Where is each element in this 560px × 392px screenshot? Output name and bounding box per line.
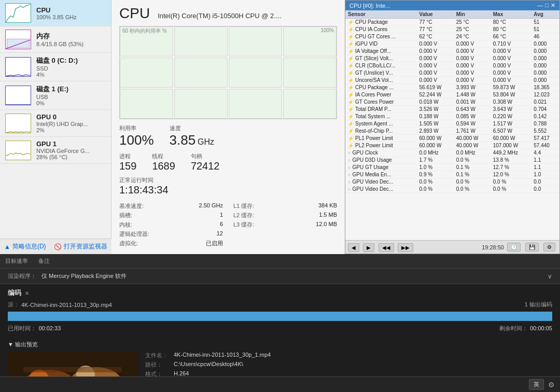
hwinfo-cell-value: 3.526 W xyxy=(417,106,454,113)
hwinfo-cell-min: 1.448 W xyxy=(454,91,491,99)
tm-item-memory[interactable]: 内存 8.4/15.8 GB (53%) xyxy=(0,26,111,53)
hwinfo-row[interactable]: ○GPU Clock 0.0 MHz 0.0 MHz 449.2 MHz 4.4 xyxy=(345,149,559,157)
hwinfo-row[interactable]: ⚡GT (Slice) Volt... 0.000 V 0.000 V 0.00… xyxy=(345,55,559,62)
hwinfo-row[interactable]: ⚡Uncore/SA Vol... 0.000 V 0.000 V 0.000 … xyxy=(345,77,559,84)
tm-item-cpu[interactable]: CPU 100% 3.85 GHz xyxy=(0,0,111,26)
cpu-thread-value: 1689 xyxy=(152,160,175,172)
premiere-settings-icon[interactable]: ⚙ xyxy=(548,381,555,389)
memory-item-sub: 8.4/15.8 GB (53%) xyxy=(36,41,106,47)
hwinfo-cell-max: 1.517 W xyxy=(491,120,531,128)
hwinfo-row[interactable]: ⚡GT Cores Power 0.018 W 0.001 W 0.308 W … xyxy=(345,99,559,106)
hwinfo-row[interactable]: ○GPU Media En... 0.9 % 0.1 % 12.0 % 1.0 xyxy=(345,171,559,178)
premiere-remain-label: 剩余时间： xyxy=(499,325,528,331)
premiere-encode-menu-icon[interactable]: ≡ xyxy=(25,290,29,296)
cpu-handle-group: 句柄 72412 xyxy=(191,152,220,172)
hwinfo-fwd2-btn[interactable]: ▶▶ xyxy=(398,243,413,252)
l3-label: L3 缓存: xyxy=(233,221,254,229)
hwinfo-cell-name: ⚡PL1 Power Limit xyxy=(345,135,417,142)
hwinfo-row[interactable]: ○GPU Video Dec... 0.0 % 0.0 % 0.0 % 0.0 xyxy=(345,178,559,186)
cpu-core-9 xyxy=(174,89,228,119)
disk1-graph-mini xyxy=(5,86,31,105)
hwinfo-row-icon: ⚡ xyxy=(348,143,354,148)
hwinfo-row[interactable]: ⚡IA Voltage Off... 0.000 V 0.000 V 0.000… xyxy=(345,48,559,55)
cpu-process-group: 进程 159 xyxy=(119,152,136,172)
premiere-source-file: 4K-Chimei-inn-2011-1013_30p.mp4 xyxy=(21,302,525,308)
hwinfo-row[interactable]: ⚡CLR (CBo/LLC/... 0.000 V 0.000 V 0.000 … xyxy=(345,62,559,69)
cpu-core-7 xyxy=(283,58,337,88)
hwinfo-row[interactable]: ⚡CPU Package 77 °C 25 °C 80 °C 51 xyxy=(345,19,559,26)
hwinfo-cell-name: ⚡GT (Slice) Volt... xyxy=(345,55,417,62)
hwinfo-cell-min: 40.000 W xyxy=(454,135,491,142)
hwinfo-cell-max: 12.0 % xyxy=(491,171,531,178)
hwinfo-col-max: Max xyxy=(491,10,531,19)
hwinfo-settings-btn[interactable]: ⚙ xyxy=(543,243,555,251)
hwinfo-col-min: Min xyxy=(454,10,491,19)
virt-label: 虚拟化: xyxy=(119,240,138,247)
hwinfo-minimize-btn[interactable]: — xyxy=(537,2,543,9)
hwinfo-cell-name: ⚡IA Cores Power xyxy=(345,91,417,99)
hwinfo-cell-avg: 0.788 xyxy=(531,120,559,128)
hwinfo-row[interactable]: ○GPU D3D Usage 1.7 % 0.0 % 13.8 % 1.1 xyxy=(345,157,559,164)
memory-item-info: 内存 8.4/15.8 GB (53%) xyxy=(36,32,106,47)
hwinfo-close-btn[interactable]: ✕ xyxy=(551,2,555,9)
resource-monitor-btn[interactable]: 🚫 打开资源监视器 xyxy=(54,242,107,251)
premiere-progress-bar xyxy=(8,312,552,321)
cpu-util-label: 利用率 xyxy=(119,124,154,132)
hwinfo-back-btn[interactable]: ◀ xyxy=(348,243,359,252)
hwinfo-row[interactable]: ⚡IA Cores Power 52.244 W 1.448 W 53.804 … xyxy=(345,91,559,99)
hwinfo-row[interactable]: ⚡Total System ... 0.188 W 0.085 W 0.220 … xyxy=(345,113,559,120)
tm-item-gpu0[interactable]: GPU 0 Intel(R) UHD Grap... 2% xyxy=(0,110,111,137)
hwinfo-cell-value: 0.000 V xyxy=(417,48,454,55)
cpu-handle-label: 句柄 xyxy=(191,152,220,160)
l1-label: L1 缓存: xyxy=(233,202,254,210)
hwinfo-save-btn[interactable]: 💾 xyxy=(525,243,539,251)
cpu-speed-unit: GHz xyxy=(198,137,214,147)
hwinfo-row[interactable]: ⚡GT (Unslice) V... 0.000 V 0.000 V 0.000… xyxy=(345,69,559,77)
tm-item-gpu1[interactable]: GPU 1 NVIDIA GeForce G... 28% (56 °C) xyxy=(0,137,111,164)
hwinfo-fwd-btn[interactable]: ▶ xyxy=(363,243,374,252)
cpu-speed-label: 速度 xyxy=(170,124,215,132)
hwinfo-back2-btn[interactable]: ◀◀ xyxy=(379,243,394,252)
hwinfo-row[interactable]: ○GPU GT Usage 1.0 % 0.1 % 12.7 % 1.1 xyxy=(345,164,559,171)
hwinfo-cell-value: 60.000 W xyxy=(417,142,454,149)
cpu-graph-area: 60 秒内的利用率 % 100% xyxy=(119,26,337,119)
premiere-renderer-arrow[interactable]: ∨ xyxy=(548,273,552,280)
hwinfo-cell-name: ⚡CLR (CBo/LLC/... xyxy=(345,62,417,69)
summary-btn[interactable]: ▲ 简略信息(D) xyxy=(4,242,46,251)
hwinfo-row[interactable]: ⚡CPU GT Cores ... 62 °C 24 °C 66 °C 46 xyxy=(345,33,559,40)
gpu0-graph-mini xyxy=(5,114,31,133)
hwinfo-cell-avg: 18.365 xyxy=(531,84,559,91)
hwinfo-cell-value: 0.000 V xyxy=(417,69,454,77)
hwinfo-cell-min: 1.761 W xyxy=(454,128,491,135)
premiere-output-toggle[interactable]: ▼ 输出预览 xyxy=(8,341,552,348)
hwinfo-row[interactable]: ⚡iGPU VID 0.000 V 0.000 V 0.710 V 0.000 xyxy=(345,40,559,48)
hwinfo-maximize-btn[interactable]: □ xyxy=(545,2,549,9)
tm-item-disk1[interactable]: 磁盘 1 (E:) USB 0% xyxy=(0,81,111,110)
premiere-lang-button[interactable]: 英 xyxy=(529,379,544,390)
hwinfo-cell-min: 0.085 W xyxy=(454,113,491,120)
cpu-item-sub: 100% 3.85 GHz xyxy=(36,14,106,20)
gpu1-item-pct: 28% (56 °C) xyxy=(36,154,106,160)
hwinfo-row[interactable]: ⚡PL2 Power Limit 60.000 W 40.000 W 107.0… xyxy=(345,142,559,149)
hwinfo-row[interactable]: ⚡CPU Package ... 56.619 W 3.993 W 59.873… xyxy=(345,84,559,91)
hwinfo-cell-value: 62 °C xyxy=(417,33,454,40)
hwinfo-row[interactable]: ○GPU Video Dec... 0.0 % 0.0 % 0.0 % 0.0 xyxy=(345,186,559,193)
hwinfo-cell-avg: 0.000 xyxy=(531,48,559,55)
cpu-speed-value: 3.85 xyxy=(170,132,196,148)
hwinfo-cell-value: 60.000 W xyxy=(417,135,454,142)
hwinfo-row[interactable]: ⚡System Agent ... 1.505 W 0.594 W 1.517 … xyxy=(345,120,559,128)
disk0-graph-mini xyxy=(5,57,31,77)
cpu-core-4 xyxy=(120,58,173,88)
hwinfo-row[interactable]: ⚡Total DRAM P... 3.526 W 0.643 W 3.643 W… xyxy=(345,106,559,113)
hwinfo-clock-btn[interactable]: 🕐 xyxy=(507,243,521,251)
tm-item-disk0[interactable]: 磁盘 0 (C: D:) SSD 4% xyxy=(0,53,111,81)
hwinfo-row[interactable]: ⚡PL1 Power Limit 60.000 W 40.000 W 60.00… xyxy=(345,135,559,142)
hwinfo-panel: CPU [#0]: Inte... — □ ✕ Sensor Value Min… xyxy=(345,0,560,254)
cpu-specs-left: 基准速度: 2.50 GHz 插槽: 1 内核: 6 逻辑处理器: 12 虚拟化… xyxy=(119,202,223,249)
summary-icon: ▲ xyxy=(4,243,10,250)
svg-rect-9 xyxy=(23,367,122,372)
hwinfo-row[interactable]: ⚡Rest-of-Chip P... 2.893 W 1.761 W 6.507… xyxy=(345,128,559,135)
hwinfo-cell-name: ⚡Uncore/SA Vol... xyxy=(345,77,417,84)
hwinfo-row[interactable]: ⚡CPU IA Cores 77 °C 25 °C 80 °C 51 xyxy=(345,26,559,33)
hwinfo-cell-avg: 57.440 xyxy=(531,142,559,149)
